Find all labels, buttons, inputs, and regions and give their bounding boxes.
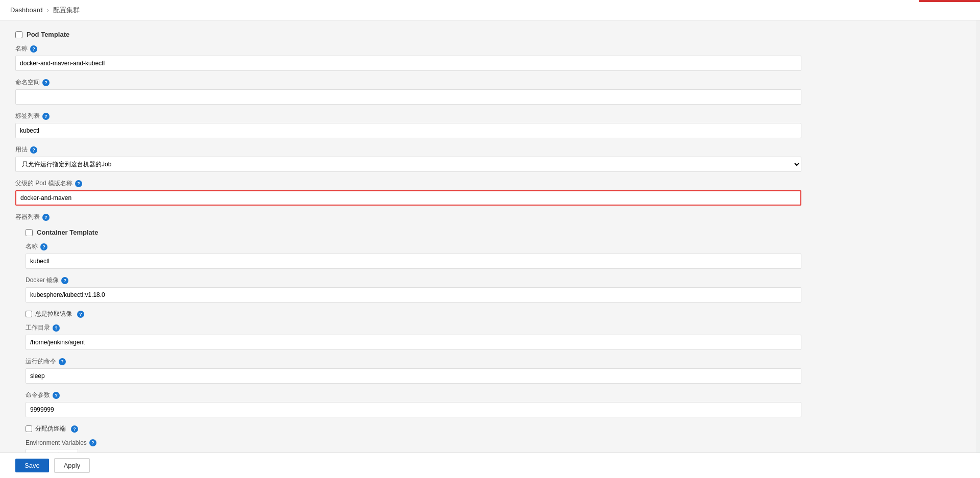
- top-bar-accent: [919, 0, 980, 2]
- save-button[interactable]: Save: [15, 459, 49, 472]
- breadcrumb-current: 配置集群: [53, 6, 80, 15]
- allocate-tty-help-icon[interactable]: ?: [71, 425, 78, 433]
- container-template-section: Container Template 名称 ? Docker 镜像 ? 总是拉取…: [26, 229, 801, 472]
- pod-labels-help-icon[interactable]: ?: [42, 113, 50, 120]
- pod-namespace-label: 命名空间 ?: [15, 78, 801, 87]
- container-name-input[interactable]: [26, 254, 801, 269]
- workdir-help-icon[interactable]: ?: [53, 324, 60, 332]
- pod-usage-help-icon[interactable]: ?: [30, 146, 37, 154]
- allocate-tty-row: 分配伪终端 ?: [26, 424, 801, 433]
- docker-image-label: Docker 镜像 ?: [26, 276, 801, 285]
- pod-name-group: 名称 ?: [15, 44, 801, 71]
- pod-usage-label: 用法 ?: [15, 145, 801, 154]
- run-command-input[interactable]: [26, 368, 801, 384]
- docker-image-input[interactable]: [26, 287, 801, 303]
- always-pull-checkbox[interactable]: [26, 311, 32, 317]
- command-args-group: 命令参数 ?: [26, 391, 801, 417]
- container-name-label: 名称 ?: [26, 242, 801, 251]
- pod-labels-label: 标签列表 ?: [15, 112, 801, 120]
- allocate-tty-label: 分配伪终端: [35, 424, 66, 433]
- allocate-tty-checkbox[interactable]: [26, 425, 32, 432]
- pod-template-header: Pod Template: [15, 31, 801, 38]
- pod-parent-group: 父级的 Pod 模版名称 ?: [15, 179, 801, 206]
- command-args-help-icon[interactable]: ?: [53, 392, 60, 399]
- pod-template-checkbox[interactable]: [15, 31, 22, 38]
- run-command-label: 运行的命令 ?: [26, 357, 801, 366]
- command-args-input[interactable]: [26, 402, 801, 417]
- pod-labels-group: 标签列表 ?: [15, 112, 801, 138]
- workdir-group: 工作目录 ?: [26, 323, 801, 350]
- pod-labels-input[interactable]: [15, 123, 801, 138]
- container-template-header: Container Template: [26, 229, 801, 236]
- pod-usage-group: 用法 ? 只允许运行指定到这台机器的Job: [15, 145, 801, 172]
- always-pull-help-icon[interactable]: ?: [77, 311, 84, 318]
- run-command-help-icon[interactable]: ?: [59, 358, 66, 365]
- breadcrumb-separator: ›: [47, 6, 49, 14]
- bottom-bar: Save Apply: [0, 452, 980, 478]
- always-pull-row: 总是拉取镜像 ?: [26, 310, 801, 318]
- pod-parent-label: 父级的 Pod 模版名称 ?: [15, 179, 801, 188]
- pod-parent-help-icon[interactable]: ?: [75, 180, 82, 187]
- run-command-group: 运行的命令 ?: [26, 357, 801, 384]
- pod-name-label: 名称 ?: [15, 44, 801, 53]
- pod-namespace-help-icon[interactable]: ?: [42, 79, 50, 86]
- container-template-title: Container Template: [37, 229, 98, 236]
- main-content: Pod Template 名称 ? 命名空间 ? 标签列表 ? 用法 ? 只允许…: [0, 20, 817, 478]
- container-name-help-icon[interactable]: ?: [40, 243, 47, 250]
- env-vars-help-icon[interactable]: ?: [89, 439, 96, 446]
- container-name-group: 名称 ?: [26, 242, 801, 269]
- docker-image-help-icon[interactable]: ?: [61, 277, 68, 284]
- always-pull-label: 总是拉取镜像: [35, 310, 72, 318]
- container-template-checkbox[interactable]: [26, 229, 33, 236]
- pod-namespace-input[interactable]: [15, 89, 801, 105]
- pod-template-title: Pod Template: [27, 31, 69, 38]
- command-args-label: 命令参数 ?: [26, 391, 801, 399]
- workdir-label: 工作目录 ?: [26, 323, 801, 332]
- pod-usage-select[interactable]: 只允许运行指定到这台机器的Job: [15, 157, 801, 172]
- env-vars-label: Environment Variables ?: [26, 439, 801, 446]
- pod-name-input[interactable]: [15, 56, 801, 71]
- pod-parent-input[interactable]: [15, 190, 801, 206]
- breadcrumb: Dashboard › 配置集群: [10, 6, 80, 15]
- workdir-input[interactable]: [26, 335, 801, 350]
- apply-button[interactable]: Apply: [54, 458, 90, 473]
- docker-image-group: Docker 镜像 ?: [26, 276, 801, 303]
- containers-list-group: 容器列表 ?: [15, 213, 801, 221]
- pod-name-help-icon[interactable]: ?: [30, 45, 37, 53]
- containers-list-help-icon[interactable]: ?: [42, 214, 50, 221]
- pod-namespace-group: 命名空间 ?: [15, 78, 801, 105]
- breadcrumb-home[interactable]: Dashboard: [10, 6, 43, 14]
- scrollbar[interactable]: [976, 20, 980, 478]
- containers-list-label: 容器列表 ?: [15, 213, 801, 221]
- top-bar: Dashboard › 配置集群: [0, 0, 980, 20]
